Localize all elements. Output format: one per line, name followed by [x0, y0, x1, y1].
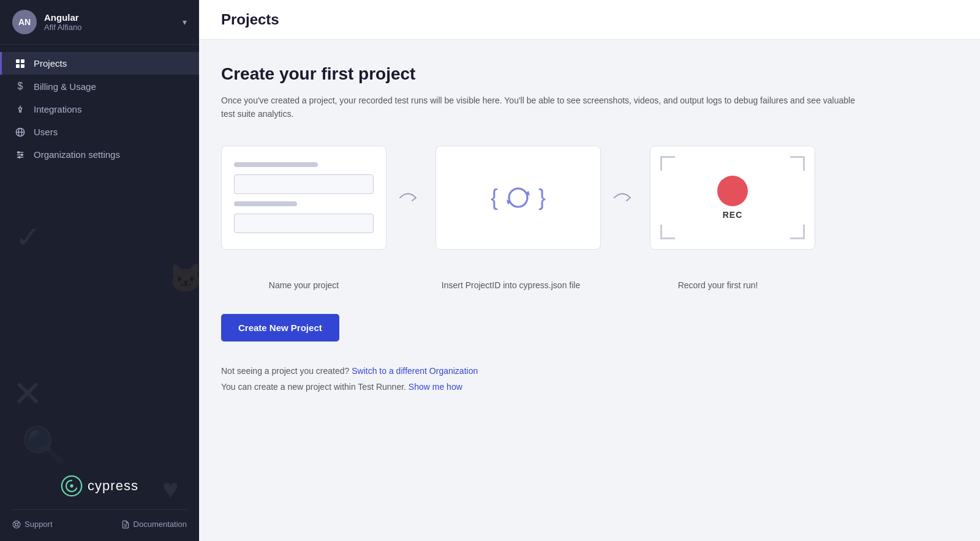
- org-info: Angular Afif Alfiano: [44, 12, 183, 32]
- create-new-project-button[interactable]: Create New Project: [221, 314, 339, 341]
- dollar-icon: $: [14, 81, 26, 92]
- plug-icon: [14, 105, 26, 114]
- sidebar-item-org-settings[interactable]: Organization settings: [0, 143, 199, 166]
- step2-content: { }: [491, 182, 546, 213]
- main-header: Projects: [199, 0, 980, 40]
- step-label-2: Insert ProjectID into cypress.json file: [428, 279, 594, 292]
- sidebar-item-projects[interactable]: Projects: [0, 52, 199, 75]
- rec-label: REC: [723, 210, 743, 220]
- org-name: Angular: [44, 12, 183, 23]
- step-label-3: Record your first run!: [635, 279, 801, 292]
- sidebar-item-label: Billing & Usage: [34, 81, 96, 92]
- sliders-icon: [14, 150, 26, 160]
- documentation-label: Documentation: [134, 520, 187, 529]
- sidebar-item-integrations[interactable]: Integrations: [0, 98, 199, 121]
- svg-rect-7: [16, 64, 20, 68]
- sidebar: ✕ 🔍 ♥ ✓ 🐱 AN Angular Afif Alfiano ▾: [0, 0, 199, 541]
- bracket-top-left: [660, 156, 675, 171]
- org-switcher[interactable]: AN Angular Afif Alfiano ▾: [0, 0, 199, 45]
- main-body: Create your first project Once you've cr…: [199, 40, 980, 541]
- svg-line-23: [18, 526, 19, 527]
- svg-point-21: [15, 523, 18, 526]
- user-name: Afif Alfiano: [44, 23, 183, 32]
- step-arrow-1: [386, 188, 435, 207]
- svg-rect-6: [21, 59, 24, 63]
- step1-input-mock: [234, 174, 374, 194]
- step-arrow-2: [601, 188, 650, 207]
- svg-text:✕: ✕: [12, 373, 43, 414]
- switch-org-link[interactable]: Switch to a different Organization: [352, 366, 478, 376]
- bracket-bottom-left: [660, 225, 675, 239]
- sidebar-item-label: Projects: [34, 58, 67, 69]
- steps-labels: Name your project Insert ProjectID into …: [221, 279, 958, 292]
- svg-point-19: [70, 484, 73, 487]
- footer-line-1: Not seeing a project you created? Switch…: [221, 366, 958, 376]
- footer-line-2: You can create a new project within Test…: [221, 382, 958, 392]
- step-card-1: [221, 146, 386, 250]
- cypress-logo-text: cypress: [88, 478, 138, 494]
- documentation-icon: [121, 520, 130, 529]
- section-title: Create your first project: [221, 64, 958, 84]
- svg-point-17: [18, 156, 20, 158]
- sync-icon: [503, 182, 533, 213]
- svg-rect-5: [16, 59, 20, 63]
- section-desc: Once you've created a project, your reco…: [221, 94, 870, 121]
- curly-brace-left: {: [491, 185, 498, 211]
- grid-icon: [14, 59, 26, 69]
- sidebar-item-label: Users: [34, 127, 58, 137]
- step1-form-mock: [222, 150, 386, 245]
- svg-text:✓: ✓: [15, 220, 41, 255]
- svg-point-15: [18, 151, 20, 153]
- globe-icon: [14, 127, 26, 137]
- step1-label-line2: [234, 201, 297, 206]
- show-me-how-link[interactable]: Show me how: [409, 382, 462, 392]
- sidebar-bottom-links: Support Documentation: [12, 509, 187, 529]
- cypress-logo: cypress: [61, 475, 138, 497]
- avatar: AN: [12, 10, 37, 34]
- sidebar-item-users[interactable]: Users: [0, 121, 199, 143]
- bracket-bottom-right: [790, 225, 805, 239]
- sidebar-item-label: Integrations: [34, 104, 81, 114]
- support-label: Support: [24, 520, 53, 529]
- svg-point-16: [21, 154, 23, 155]
- documentation-link[interactable]: Documentation: [121, 520, 187, 529]
- step-card-2: { }: [435, 146, 601, 250]
- sidebar-item-billing[interactable]: $ Billing & Usage: [0, 75, 199, 98]
- bracket-top-right: [790, 156, 805, 171]
- svg-line-22: [14, 521, 15, 523]
- curly-brace-right: }: [538, 185, 546, 211]
- sidebar-item-label: Organization settings: [34, 149, 120, 160]
- svg-text:🐱: 🐱: [168, 262, 199, 294]
- main-content: Projects Create your first project Once …: [199, 0, 980, 541]
- sidebar-footer: cypress Support: [0, 460, 199, 541]
- rec-dot: [717, 176, 748, 206]
- support-link[interactable]: Support: [12, 520, 53, 529]
- step1-label-line: [234, 162, 318, 167]
- chevron-down-icon: ▾: [183, 17, 187, 27]
- svg-line-25: [14, 526, 15, 527]
- page-title: Projects: [221, 11, 958, 28]
- step1-input-mock2: [234, 214, 374, 233]
- svg-rect-8: [21, 64, 24, 68]
- support-icon: [12, 520, 21, 529]
- svg-line-24: [18, 521, 19, 523]
- step-label-1: Name your project: [221, 279, 386, 292]
- footer-links: Not seeing a project you created? Switch…: [221, 366, 958, 392]
- rec-content: REC: [717, 176, 748, 220]
- sidebar-nav: Projects $ Billing & Usage Integrations: [0, 45, 199, 173]
- step-card-3: REC: [650, 146, 815, 250]
- steps-row: { }: [221, 146, 958, 250]
